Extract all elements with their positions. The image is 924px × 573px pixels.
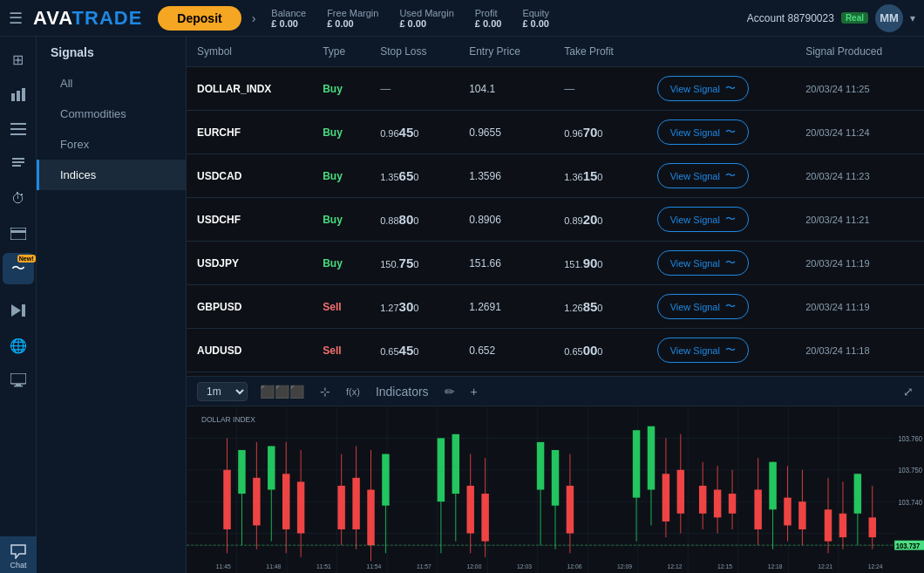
cell-entry-price: 1.2691 xyxy=(459,285,554,329)
svg-rect-1 xyxy=(17,91,20,101)
topbar-stats: Balance £ 0.00 Free Margin £ 0.00 Used M… xyxy=(271,8,746,29)
cell-view-signal[interactable]: View Signal 〜 xyxy=(647,285,796,329)
sidebar-item-video[interactable] xyxy=(3,295,34,326)
balance-label: Balance xyxy=(271,8,306,18)
cell-entry-price: 0.9655 xyxy=(459,111,554,154)
cell-view-signal[interactable]: View Signal 〜 xyxy=(647,111,796,154)
chat-label: Chat xyxy=(10,561,26,570)
time-select[interactable]: 1m 5m 15m 1h 4h 1D xyxy=(197,382,248,401)
sidebar-item-home[interactable]: ⊞ xyxy=(3,44,34,75)
cell-take-profit: 0.89200 xyxy=(554,198,646,242)
pencil-icon[interactable]: ✏ xyxy=(441,383,459,400)
signal-wave-icon: 〜 xyxy=(725,168,736,183)
cell-view-signal[interactable]: View Signal 〜 xyxy=(647,242,796,285)
menu-icon[interactable]: ☰ xyxy=(9,9,23,28)
sidebar-item-list[interactable] xyxy=(3,113,34,145)
equity-stat: Equity £ 0.00 xyxy=(522,8,549,29)
sidebar-item-news[interactable] xyxy=(3,148,34,180)
sidebar-item-card[interactable] xyxy=(3,218,34,249)
logo: AVATRADE xyxy=(33,7,142,30)
svg-rect-55 xyxy=(438,438,445,501)
svg-text:12:24: 12:24 xyxy=(868,563,883,570)
svg-rect-12 xyxy=(22,304,25,317)
deposit-button[interactable]: Deposit xyxy=(158,6,241,31)
sidebar-item-globe[interactable]: 🌐 xyxy=(3,330,34,361)
cell-take-profit: — xyxy=(554,67,646,111)
expand-icon[interactable]: ⤢ xyxy=(903,385,914,399)
chevron-down-icon[interactable]: ▾ xyxy=(910,12,915,24)
sidebar-item-chart[interactable] xyxy=(3,78,34,110)
svg-rect-45 xyxy=(297,481,304,533)
expand-arrow-icon[interactable]: › xyxy=(252,11,256,25)
cell-view-signal[interactable]: View Signal 〜 xyxy=(647,154,796,198)
svg-rect-3 xyxy=(10,123,26,125)
view-signal-button[interactable]: View Signal 〜 xyxy=(657,163,749,188)
cell-date: 20/03/24 11:19 xyxy=(795,242,924,285)
view-signal-button[interactable]: View Signal 〜 xyxy=(657,338,749,363)
sidebar-item-signals[interactable]: 〜 xyxy=(3,253,34,284)
svg-rect-15 xyxy=(14,385,23,387)
used-margin-stat: Used Margin £ 0.00 xyxy=(399,8,453,29)
cell-entry-price: 151.66 xyxy=(459,242,554,285)
cell-view-signal[interactable]: View Signal 〜 xyxy=(647,329,796,372)
svg-text:103.750: 103.750 xyxy=(898,467,922,474)
svg-text:12:18: 12:18 xyxy=(768,563,783,570)
cell-stop-loss: 0.88800 xyxy=(370,198,459,242)
signals-nav-all[interactable]: All xyxy=(37,68,186,99)
cell-entry-price: 0.652 xyxy=(459,329,554,372)
chat-bar[interactable]: Chat xyxy=(0,536,37,573)
sidebar-item-history[interactable]: ⏱ xyxy=(3,183,34,215)
view-signal-button[interactable]: View Signal 〜 xyxy=(657,76,749,101)
cell-take-profit: 1.36150 xyxy=(554,154,646,198)
svg-rect-53 xyxy=(382,454,389,506)
view-signal-button[interactable]: View Signal 〜 xyxy=(657,294,749,319)
profit-stat: Profit £ 0.00 xyxy=(475,8,502,29)
signals-table-area[interactable]: Symbol Type Stop Loss Entry Price Take P… xyxy=(187,37,924,377)
signals-nav-indices[interactable]: Indices xyxy=(37,160,186,190)
cell-stop-loss: 1.27300 xyxy=(370,285,459,329)
balance-value: £ 0.00 xyxy=(271,18,306,29)
view-signal-button[interactable]: View Signal 〜 xyxy=(657,119,749,145)
cell-view-signal[interactable]: View Signal 〜 xyxy=(647,67,796,111)
chat-bubble-icon xyxy=(10,543,27,559)
chart-type-icon[interactable]: ⬛⬛⬛ xyxy=(256,383,308,400)
svg-text:12:12: 12:12 xyxy=(668,563,683,570)
col-symbol: Symbol xyxy=(187,37,312,67)
sidebar-item-monitor[interactable] xyxy=(3,365,34,396)
plus-icon[interactable]: + xyxy=(467,383,481,400)
svg-rect-67 xyxy=(567,486,574,534)
svg-text:11:48: 11:48 xyxy=(266,563,281,570)
svg-rect-8 xyxy=(12,165,21,167)
view-signal-button[interactable]: View Signal 〜 xyxy=(657,207,749,232)
cell-symbol: USDJPY xyxy=(187,242,312,285)
svg-rect-73 xyxy=(662,474,669,522)
real-badge: Real xyxy=(841,12,868,24)
logo-text: AVA xyxy=(33,7,72,29)
signals-nav-forex[interactable]: Forex xyxy=(37,129,186,160)
svg-rect-79 xyxy=(714,490,721,518)
account-section: Account 88790023 Real MM ▾ xyxy=(747,4,915,32)
view-signal-button[interactable]: View Signal 〜 xyxy=(657,250,749,276)
chart-area: 1m 5m 15m 1h 4h 1D ⬛⬛⬛ ⊹ f(x) Indicators… xyxy=(187,377,924,573)
signals-nav-commodities[interactable]: Commodities xyxy=(37,99,186,129)
svg-text:12:09: 12:09 xyxy=(617,563,632,570)
table-row: GBPUSDSell1.273001.26911.26850View Signa… xyxy=(187,285,924,329)
cursor-icon[interactable]: ⊹ xyxy=(316,383,334,400)
table-row: DOLLAR_INDXBuy—104.1—View Signal 〜20/03/… xyxy=(187,67,924,111)
svg-rect-10 xyxy=(10,230,26,233)
cell-date: 20/03/24 11:19 xyxy=(795,285,924,329)
cell-stop-loss: 1.35650 xyxy=(370,154,459,198)
svg-rect-69 xyxy=(633,430,640,497)
signal-wave-icon: 〜 xyxy=(725,212,736,227)
cell-stop-loss: 0.65450 xyxy=(370,329,459,372)
indicators-btn[interactable]: Indicators xyxy=(372,383,432,400)
cell-entry-price: 1.3596 xyxy=(459,154,554,198)
cell-symbol: GBPUSD xyxy=(187,285,312,329)
svg-rect-77 xyxy=(699,486,706,514)
svg-text:12:21: 12:21 xyxy=(818,563,832,570)
free-margin-stat: Free Margin £ 0.00 xyxy=(327,8,378,29)
used-margin-value: £ 0.00 xyxy=(399,18,453,29)
cell-type: Sell xyxy=(312,329,370,372)
svg-rect-49 xyxy=(352,478,359,529)
cell-view-signal[interactable]: View Signal 〜 xyxy=(647,198,796,242)
